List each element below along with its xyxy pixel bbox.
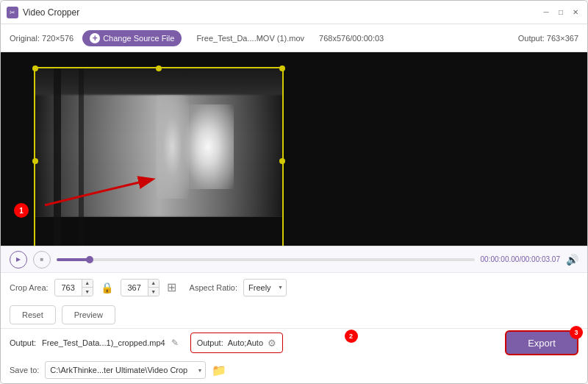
preview-button[interactable]: Preview [62,305,115,324]
file-name: Free_Test_Da....MOV (1).mov [196,34,304,43]
output-label-2: Output: [197,338,223,347]
width-spinners: ▲ ▼ [82,279,93,296]
aspect-ratio-select[interactable]: Freely 16:9 4:3 1:1 9:16 [243,279,287,296]
action-row: Reset Preview [1,302,587,328]
crop-controls-row: Crop Area: ▲ ▼ 🔒 ▲ ▼ ⊞ Aspect Ratio: Fre… [1,272,587,302]
width-input-group: ▲ ▼ [54,279,93,296]
browse-folder-button[interactable]: 📁 [212,363,226,377]
width-down-button[interactable]: ▼ [82,288,93,296]
app-window: ✂ Video Cropper ─ □ ✕ Original: 720×576 … [0,0,588,384]
crop-box[interactable] [34,67,284,246]
original-size-label: Original: 720×576 [10,34,74,43]
crop-handle-tc[interactable] [156,65,162,71]
output-settings-button[interactable]: ⚙ [268,338,276,349]
output-box: Output: Auto;Auto ⚙ [190,333,283,353]
height-input-group: ▲ ▼ [121,279,159,296]
width-up-button[interactable]: ▲ [82,279,93,288]
window-controls: ─ □ ✕ [540,7,581,18]
crop-resize-icon[interactable]: ⊞ [165,280,178,294]
save-path-select[interactable]: C:\ArkThinke...ter Ultimate\Video Crop [45,361,206,379]
stop-button[interactable]: ■ [33,251,51,269]
aspect-select-wrapper: Freely 16:9 4:3 1:1 9:16 [243,279,287,296]
progress-handle[interactable] [86,256,93,263]
annotation-1: 1 [14,203,29,218]
reset-button[interactable]: Reset [10,305,56,324]
video-canvas: 1 [1,52,587,246]
progress-fill [57,258,90,261]
dark-overlay-top [1,52,587,67]
lock-icon[interactable]: 🔒 [99,282,115,294]
volume-button[interactable]: 🔊 [566,254,578,266]
height-up-button[interactable]: ▲ [148,279,159,288]
crop-handle-ml[interactable] [32,158,38,164]
output-box-wrapper: 2 Output: Auto;Auto ⚙ [184,333,283,353]
change-source-button[interactable]: + Change Source File [82,30,182,46]
width-input[interactable] [55,283,82,292]
minimize-button[interactable]: ─ [540,7,552,18]
title-bar: ✂ Video Cropper ─ □ ✕ [1,1,587,24]
save-row: Save to: C:\ArkThinke...ter Ultimate\Vid… [1,357,587,383]
crop-handle-mr[interactable] [279,158,285,164]
annotation-3: 3 [570,326,583,339]
output-filename: Free_Test_Data...1)_cropped.mp4 [42,338,165,347]
play-button[interactable]: ▶ [10,251,27,269]
export-wrapper: 3 Export [505,330,578,355]
window-title: Video Cropper [23,7,540,18]
crop-handle-tl[interactable] [32,65,38,71]
app-icon: ✂ [7,7,18,18]
time-display: 00:00:00.00/00:00:03.07 [481,255,560,263]
save-path-wrapper: C:\ArkThinke...ter Ultimate\Video Crop [45,361,206,379]
save-to-label: Save to: [10,366,39,374]
video-area: 1 [1,52,587,246]
height-input[interactable] [121,283,148,292]
bottom-section: Output: Free_Test_Data...1)_cropped.mp4 … [1,328,587,383]
height-spinners: ▲ ▼ [148,279,159,296]
close-button[interactable]: ✕ [570,7,581,18]
annotation-2: 2 [345,330,358,343]
crop-handle-tr[interactable] [279,65,285,71]
plus-icon: + [90,33,100,43]
output-size-label: Output: 763×367 [518,34,578,43]
progress-bar[interactable] [57,258,475,261]
output-row: Output: Free_Test_Data...1)_cropped.mp4 … [1,329,587,357]
output-value: Auto;Auto [228,338,263,347]
playback-bar: ▶ ■ 00:00:00.00/00:00:03.07 🔊 [1,246,587,272]
maximize-button[interactable]: □ [555,7,567,18]
toolbar: Original: 720×576 + Change Source File F… [1,24,587,52]
dark-overlay-left [1,67,34,246]
dark-overlay-right [284,67,587,246]
export-button[interactable]: Export [505,330,578,355]
crop-area-label: Crop Area: [10,283,49,292]
change-source-label: Change Source File [103,34,174,43]
edit-filename-button[interactable]: ✎ [171,338,179,348]
file-dimensions: 768x576/00:00:03 [319,34,384,43]
output-label: Output: [10,338,36,347]
height-down-button[interactable]: ▼ [148,288,159,296]
aspect-ratio-label: Aspect Ratio: [190,283,237,292]
